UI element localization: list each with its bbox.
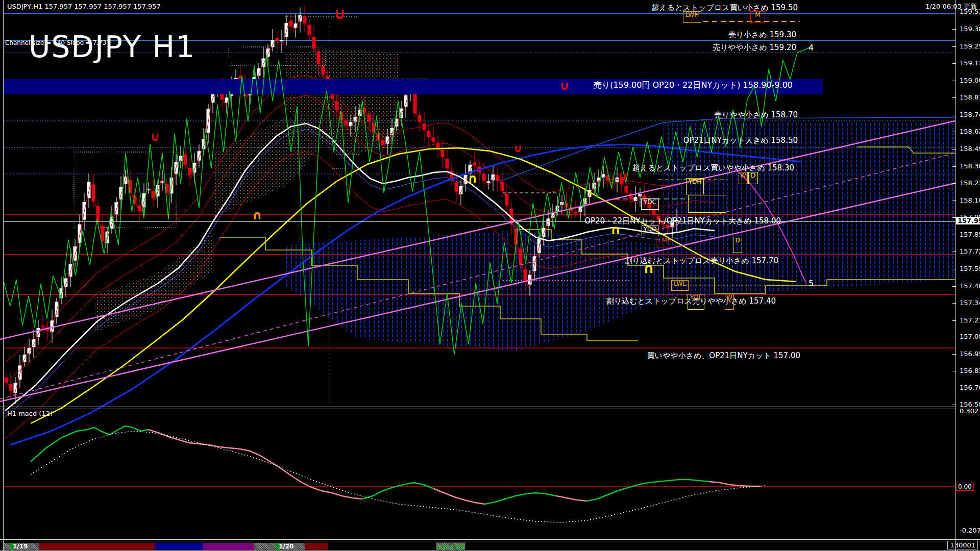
axis-tick-label: 159.515 — [960, 8, 980, 15]
axis-tick-label: 158.875 — [960, 93, 980, 101]
window-title: USDJPY,H1 157.957 157.957 157.957 157.95… — [7, 3, 161, 10]
symbol-watermark: USDJPY H1 — [29, 30, 195, 64]
macd-main-down-7 — [709, 482, 761, 486]
candle-body — [317, 52, 320, 64]
macd-axis-label: -0.207 — [960, 527, 980, 534]
marker-box-ydl: YDL — [688, 294, 704, 310]
sell-arrow-icon: ∪ — [333, 6, 346, 21]
macd-axis-label: 0.302 — [960, 407, 978, 415]
level-annotation-1: 売り小さめ 159.30 — [728, 30, 796, 40]
candle-body — [69, 264, 72, 277]
timeline-segment-2 — [155, 543, 203, 550]
sell-arrow-icon: ∪ — [513, 143, 523, 154]
axis-tick-mark — [952, 132, 955, 132]
axis-tick-label: 157.085 — [960, 333, 980, 340]
candle-body — [115, 203, 118, 214]
macd-main-down-3 — [434, 489, 485, 504]
axis-tick-label: 158.360 — [960, 162, 980, 170]
axis-tick-label: 159.130 — [960, 59, 980, 67]
candle-body — [322, 66, 325, 74]
axis-tick-mark — [952, 269, 955, 269]
marker-box-lwl: LWL — [671, 280, 689, 291]
axis-tick-label: 158.490 — [960, 145, 980, 153]
level-annotation-0: 超えるとストップロス買い小さめ 159.50 — [652, 3, 798, 13]
macd-bar-separator-top — [0, 539, 980, 540]
level-annotation-4: OP21日NYカット大きめ 158.50 — [683, 136, 798, 145]
axis-tick-label: 158.620 — [960, 128, 980, 135]
macd-signal-line — [31, 431, 766, 522]
timeline-segment-3 — [203, 543, 254, 550]
axis-tick-label: 158.105 — [960, 196, 980, 204]
axis-tick-mark — [952, 354, 955, 355]
axis-tick-mark — [952, 149, 955, 149]
axis-tick-mark — [952, 97, 955, 98]
axis-tick-label: 157.595 — [960, 265, 980, 272]
buy-arrow-icon: ∩ — [252, 209, 262, 221]
sell-zone-band-label: 売り(159.00円 OP20・22日NYカット) 158.90-9.00 — [4, 80, 793, 91]
macd-bar-separator-bottom — [0, 541, 980, 541]
candle-body — [446, 159, 449, 168]
axis-tick-mark — [952, 371, 955, 371]
axis-tick-mark — [952, 81, 955, 81]
axis-tick-mark — [952, 252, 955, 252]
marker-box-lmh: LMH — [656, 237, 674, 247]
marker-box-lwh: LWH — [683, 11, 701, 23]
axis-tick-mark — [952, 46, 955, 47]
macd-main-down-5 — [556, 496, 587, 501]
candle-body — [64, 279, 67, 286]
axis-tick-label: 156.955 — [960, 350, 980, 358]
axis-tick-mark — [952, 337, 955, 337]
marker-box-empty — [688, 195, 726, 213]
candle-body — [198, 152, 201, 160]
candle-body — [349, 122, 352, 126]
axis-tick-mark — [952, 405, 955, 405]
candle-body — [505, 194, 508, 205]
candle-body — [542, 228, 545, 237]
macd-main-up-4 — [485, 493, 556, 504]
chart-macd-separator-bottom — [0, 409, 955, 409]
candle-body — [455, 183, 458, 191]
candle-body — [335, 102, 338, 110]
axis-tick-mark — [952, 320, 955, 321]
macd-indicator-label: H1 macd (12) — [7, 410, 53, 417]
macd-main-down-1 — [148, 430, 362, 499]
buy-arrow-icon: ∩ — [643, 261, 654, 275]
buy-arrow-icon: ∩ — [610, 223, 621, 236]
buy-arrow-icon: ∩ — [468, 172, 478, 185]
candle-body — [280, 40, 283, 41]
axis-tick-label: 157.850 — [960, 231, 980, 238]
sell-arrow-icon: ∪ — [150, 131, 160, 143]
marker-box-d: D — [733, 237, 742, 253]
axis-tick-label: 156.830 — [960, 367, 980, 374]
axis-tick-mark — [952, 166, 955, 167]
axis-tick-label: 157.725 — [960, 247, 980, 255]
axis-tick-mark — [952, 12, 955, 12]
sell-arrow-icon: ∪ — [559, 80, 570, 92]
macd-toggle-button[interactable]: macd ON — [436, 542, 465, 551]
axis-tick-label: 158.745 — [960, 111, 980, 118]
marker-box-ydh: YDH — [686, 178, 704, 194]
level-annotation-3: 売りやや小さめ 158.70 — [714, 110, 798, 120]
axis-tick-label: 157.340 — [960, 299, 980, 307]
axis-tick-mark — [952, 115, 955, 115]
axis-tick-label: 158.235 — [960, 179, 980, 187]
trendline-label-4: 4 — [808, 43, 814, 53]
candle-body — [308, 25, 311, 34]
axis-tick-label: 159.000 — [960, 77, 980, 84]
axis-tick-mark — [952, 235, 955, 235]
axis-tick-label: 159.255 — [960, 42, 980, 50]
axis-tick-mark — [952, 303, 955, 304]
price-axis[interactable]: 159.515159.385159.255159.130159.000158.8… — [955, 0, 980, 551]
chart-window: USDJPY,H1 157.957 157.957 157.957 157.95… — [0, 0, 980, 551]
macd-main-up-2 — [362, 483, 434, 499]
timeline-segment-5 — [305, 543, 328, 550]
axis-tick-mark — [952, 286, 955, 287]
candle-body — [262, 59, 265, 67]
chart-macd-separator-top — [0, 407, 955, 407]
candle-body — [487, 182, 490, 183]
tick-counter: 130001 — [947, 541, 978, 549]
timeline-bar[interactable]: macd ON 1/191/20 — [0, 542, 980, 551]
marker-box-w: W — [725, 294, 734, 310]
axis-tick-mark — [952, 201, 955, 201]
level-annotation-2: 売りやや小さめ 159.20 — [713, 43, 796, 53]
